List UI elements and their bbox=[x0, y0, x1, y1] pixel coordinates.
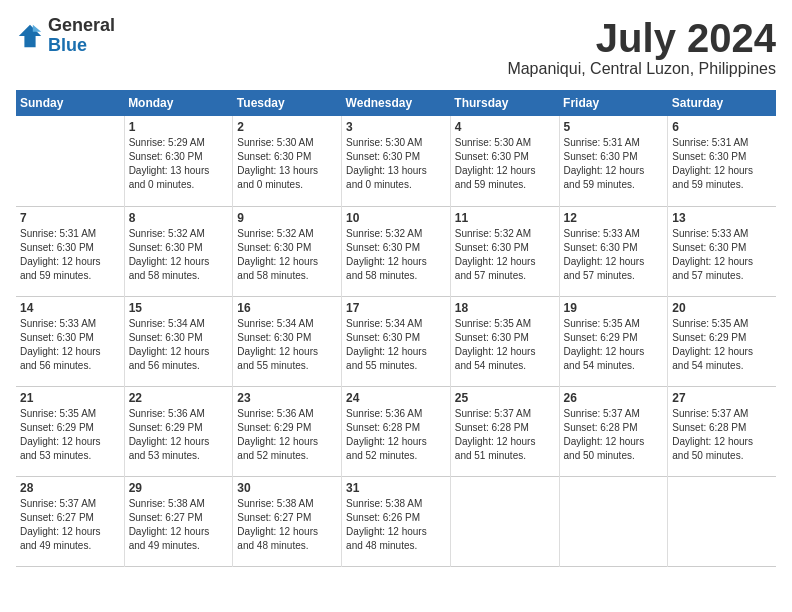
day-cell: 23Sunrise: 5:36 AM Sunset: 6:29 PM Dayli… bbox=[233, 386, 342, 476]
day-cell: 25Sunrise: 5:37 AM Sunset: 6:28 PM Dayli… bbox=[450, 386, 559, 476]
day-number: 1 bbox=[129, 120, 229, 134]
day-number: 7 bbox=[20, 211, 120, 225]
day-cell: 10Sunrise: 5:32 AM Sunset: 6:30 PM Dayli… bbox=[342, 206, 451, 296]
day-number: 8 bbox=[129, 211, 229, 225]
week-row-2: 7Sunrise: 5:31 AM Sunset: 6:30 PM Daylig… bbox=[16, 206, 776, 296]
title-area: July 2024 Mapaniqui, Central Luzon, Phil… bbox=[507, 16, 776, 78]
logo-blue: Blue bbox=[48, 35, 87, 55]
day-number: 24 bbox=[346, 391, 446, 405]
day-cell bbox=[668, 476, 776, 566]
day-number: 12 bbox=[564, 211, 664, 225]
day-number: 26 bbox=[564, 391, 664, 405]
day-cell: 28Sunrise: 5:37 AM Sunset: 6:27 PM Dayli… bbox=[16, 476, 124, 566]
day-cell: 16Sunrise: 5:34 AM Sunset: 6:30 PM Dayli… bbox=[233, 296, 342, 386]
day-detail: Sunrise: 5:37 AM Sunset: 6:27 PM Dayligh… bbox=[20, 497, 120, 553]
day-detail: Sunrise: 5:34 AM Sunset: 6:30 PM Dayligh… bbox=[129, 317, 229, 373]
day-number: 28 bbox=[20, 481, 120, 495]
day-detail: Sunrise: 5:34 AM Sunset: 6:30 PM Dayligh… bbox=[346, 317, 446, 373]
day-detail: Sunrise: 5:32 AM Sunset: 6:30 PM Dayligh… bbox=[346, 227, 446, 283]
day-cell: 29Sunrise: 5:38 AM Sunset: 6:27 PM Dayli… bbox=[124, 476, 233, 566]
day-cell bbox=[450, 476, 559, 566]
day-detail: Sunrise: 5:33 AM Sunset: 6:30 PM Dayligh… bbox=[20, 317, 120, 373]
day-number: 15 bbox=[129, 301, 229, 315]
day-number: 16 bbox=[237, 301, 337, 315]
logo: General Blue bbox=[16, 16, 115, 56]
day-detail: Sunrise: 5:35 AM Sunset: 6:29 PM Dayligh… bbox=[20, 407, 120, 463]
day-detail: Sunrise: 5:31 AM Sunset: 6:30 PM Dayligh… bbox=[564, 136, 664, 192]
day-detail: Sunrise: 5:29 AM Sunset: 6:30 PM Dayligh… bbox=[129, 136, 229, 192]
day-detail: Sunrise: 5:33 AM Sunset: 6:30 PM Dayligh… bbox=[564, 227, 664, 283]
day-number: 18 bbox=[455, 301, 555, 315]
day-number: 11 bbox=[455, 211, 555, 225]
header: General Blue July 2024 Mapaniqui, Centra… bbox=[16, 16, 776, 78]
day-detail: Sunrise: 5:37 AM Sunset: 6:28 PM Dayligh… bbox=[564, 407, 664, 463]
day-detail: Sunrise: 5:34 AM Sunset: 6:30 PM Dayligh… bbox=[237, 317, 337, 373]
day-cell: 2Sunrise: 5:30 AM Sunset: 6:30 PM Daylig… bbox=[233, 116, 342, 206]
calendar-table: SundayMondayTuesdayWednesdayThursdayFrid… bbox=[16, 90, 776, 567]
day-cell: 14Sunrise: 5:33 AM Sunset: 6:30 PM Dayli… bbox=[16, 296, 124, 386]
day-detail: Sunrise: 5:36 AM Sunset: 6:28 PM Dayligh… bbox=[346, 407, 446, 463]
day-detail: Sunrise: 5:32 AM Sunset: 6:30 PM Dayligh… bbox=[237, 227, 337, 283]
day-number: 29 bbox=[129, 481, 229, 495]
day-detail: Sunrise: 5:30 AM Sunset: 6:30 PM Dayligh… bbox=[237, 136, 337, 192]
day-cell: 19Sunrise: 5:35 AM Sunset: 6:29 PM Dayli… bbox=[559, 296, 668, 386]
logo-text: General Blue bbox=[48, 16, 115, 56]
day-detail: Sunrise: 5:31 AM Sunset: 6:30 PM Dayligh… bbox=[672, 136, 772, 192]
day-cell: 26Sunrise: 5:37 AM Sunset: 6:28 PM Dayli… bbox=[559, 386, 668, 476]
header-day-saturday: Saturday bbox=[668, 90, 776, 116]
day-cell: 13Sunrise: 5:33 AM Sunset: 6:30 PM Dayli… bbox=[668, 206, 776, 296]
week-row-5: 28Sunrise: 5:37 AM Sunset: 6:27 PM Dayli… bbox=[16, 476, 776, 566]
day-number: 23 bbox=[237, 391, 337, 405]
day-number: 9 bbox=[237, 211, 337, 225]
header-day-wednesday: Wednesday bbox=[342, 90, 451, 116]
day-detail: Sunrise: 5:35 AM Sunset: 6:29 PM Dayligh… bbox=[564, 317, 664, 373]
day-number: 10 bbox=[346, 211, 446, 225]
day-cell: 21Sunrise: 5:35 AM Sunset: 6:29 PM Dayli… bbox=[16, 386, 124, 476]
day-cell: 6Sunrise: 5:31 AM Sunset: 6:30 PM Daylig… bbox=[668, 116, 776, 206]
day-number: 22 bbox=[129, 391, 229, 405]
logo-icon bbox=[16, 22, 44, 50]
day-detail: Sunrise: 5:31 AM Sunset: 6:30 PM Dayligh… bbox=[20, 227, 120, 283]
day-number: 14 bbox=[20, 301, 120, 315]
month-title: July 2024 bbox=[507, 16, 776, 60]
day-detail: Sunrise: 5:37 AM Sunset: 6:28 PM Dayligh… bbox=[672, 407, 772, 463]
logo-general: General bbox=[48, 15, 115, 35]
day-number: 5 bbox=[564, 120, 664, 134]
day-detail: Sunrise: 5:30 AM Sunset: 6:30 PM Dayligh… bbox=[346, 136, 446, 192]
day-cell: 5Sunrise: 5:31 AM Sunset: 6:30 PM Daylig… bbox=[559, 116, 668, 206]
day-detail: Sunrise: 5:33 AM Sunset: 6:30 PM Dayligh… bbox=[672, 227, 772, 283]
day-cell: 4Sunrise: 5:30 AM Sunset: 6:30 PM Daylig… bbox=[450, 116, 559, 206]
day-cell: 11Sunrise: 5:32 AM Sunset: 6:30 PM Dayli… bbox=[450, 206, 559, 296]
day-number: 31 bbox=[346, 481, 446, 495]
day-cell: 7Sunrise: 5:31 AM Sunset: 6:30 PM Daylig… bbox=[16, 206, 124, 296]
day-cell bbox=[16, 116, 124, 206]
day-cell: 3Sunrise: 5:30 AM Sunset: 6:30 PM Daylig… bbox=[342, 116, 451, 206]
day-detail: Sunrise: 5:37 AM Sunset: 6:28 PM Dayligh… bbox=[455, 407, 555, 463]
header-day-friday: Friday bbox=[559, 90, 668, 116]
day-cell: 8Sunrise: 5:32 AM Sunset: 6:30 PM Daylig… bbox=[124, 206, 233, 296]
day-detail: Sunrise: 5:38 AM Sunset: 6:27 PM Dayligh… bbox=[129, 497, 229, 553]
header-day-thursday: Thursday bbox=[450, 90, 559, 116]
day-cell: 30Sunrise: 5:38 AM Sunset: 6:27 PM Dayli… bbox=[233, 476, 342, 566]
header-day-monday: Monday bbox=[124, 90, 233, 116]
day-cell: 12Sunrise: 5:33 AM Sunset: 6:30 PM Dayli… bbox=[559, 206, 668, 296]
day-detail: Sunrise: 5:32 AM Sunset: 6:30 PM Dayligh… bbox=[455, 227, 555, 283]
day-cell: 17Sunrise: 5:34 AM Sunset: 6:30 PM Dayli… bbox=[342, 296, 451, 386]
day-detail: Sunrise: 5:32 AM Sunset: 6:30 PM Dayligh… bbox=[129, 227, 229, 283]
day-detail: Sunrise: 5:36 AM Sunset: 6:29 PM Dayligh… bbox=[129, 407, 229, 463]
day-number: 17 bbox=[346, 301, 446, 315]
day-detail: Sunrise: 5:30 AM Sunset: 6:30 PM Dayligh… bbox=[455, 136, 555, 192]
day-cell: 18Sunrise: 5:35 AM Sunset: 6:30 PM Dayli… bbox=[450, 296, 559, 386]
day-number: 3 bbox=[346, 120, 446, 134]
day-number: 30 bbox=[237, 481, 337, 495]
day-cell: 22Sunrise: 5:36 AM Sunset: 6:29 PM Dayli… bbox=[124, 386, 233, 476]
day-number: 21 bbox=[20, 391, 120, 405]
day-number: 25 bbox=[455, 391, 555, 405]
day-detail: Sunrise: 5:35 AM Sunset: 6:29 PM Dayligh… bbox=[672, 317, 772, 373]
day-detail: Sunrise: 5:38 AM Sunset: 6:26 PM Dayligh… bbox=[346, 497, 446, 553]
day-cell: 15Sunrise: 5:34 AM Sunset: 6:30 PM Dayli… bbox=[124, 296, 233, 386]
week-row-4: 21Sunrise: 5:35 AM Sunset: 6:29 PM Dayli… bbox=[16, 386, 776, 476]
location-title: Mapaniqui, Central Luzon, Philippines bbox=[507, 60, 776, 78]
day-cell: 27Sunrise: 5:37 AM Sunset: 6:28 PM Dayli… bbox=[668, 386, 776, 476]
day-number: 27 bbox=[672, 391, 772, 405]
